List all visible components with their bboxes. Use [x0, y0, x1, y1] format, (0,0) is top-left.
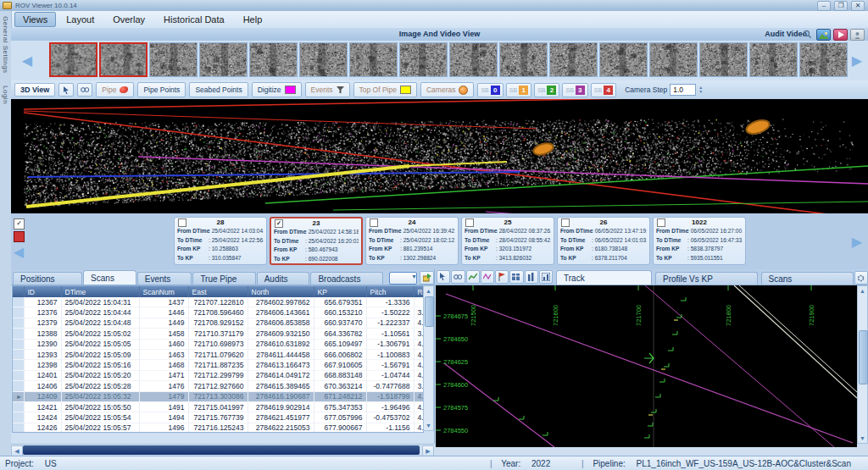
column-header-east[interactable]: East — [188, 286, 248, 297]
table-row[interactable]: 1242625/04/2022 15:05:571496721716.12524… — [13, 423, 424, 433]
toggle-digitize[interactable]: Digitize — [252, 82, 302, 97]
column-header-pitch[interactable]: Pitch — [366, 286, 414, 297]
video-thumbnail[interactable] — [799, 42, 848, 77]
polyline-icon[interactable] — [481, 270, 494, 284]
menu-item-historical-data[interactable]: Historical Data — [155, 12, 233, 27]
scan-card-26[interactable]: 26From DTime: 06/05/2022 13:47:19.000To … — [557, 217, 650, 265]
toggle-cameras[interactable]: Cameras — [420, 82, 474, 97]
tab-events[interactable]: Events — [137, 272, 192, 285]
filter-combobox[interactable] — [389, 272, 417, 285]
table-row[interactable]: 1236725/04/2022 15:04:311437721707.12281… — [13, 297, 424, 307]
close-button[interactable]: ✕ — [851, 1, 865, 11]
video-thumbnail[interactable] — [299, 42, 348, 77]
video-icon[interactable] — [833, 29, 848, 41]
video-thumbnail[interactable] — [649, 42, 698, 77]
sidebar-item-login[interactable]: Login — [2, 86, 9, 104]
sb-button-2[interactable]: SB2 — [534, 83, 559, 97]
scan-checkbox[interactable]: ✓ — [275, 219, 283, 228]
scan-checkbox[interactable] — [465, 218, 474, 227]
scrollbar-thumb[interactable] — [23, 445, 420, 455]
table-row[interactable]: 1242125/04/2022 15:05:501491721715.04199… — [13, 401, 424, 412]
video-thumbnail[interactable] — [49, 42, 97, 77]
toggle-seabed-points[interactable]: Seabed Points — [189, 82, 248, 97]
video-thumbnail[interactable] — [349, 42, 398, 77]
table-horizontal-scrollbar[interactable]: ◀ ▶ — [11, 444, 434, 456]
video-thumbnail[interactable] — [599, 42, 648, 77]
scans-next-button[interactable]: ▶ — [848, 229, 866, 254]
video-thumbnail[interactable] — [249, 42, 298, 77]
video-thumbnail[interactable] — [699, 42, 748, 77]
measure-tool-button[interactable] — [77, 83, 92, 97]
tab-profile-vs-kp[interactable]: Profile Vs KP — [655, 272, 758, 285]
binoculars-icon[interactable] — [451, 270, 465, 284]
scan-checkbox[interactable] — [370, 218, 378, 227]
pointer-icon[interactable] — [437, 270, 450, 284]
tab-true-pipe[interactable]: True Pipe — [192, 272, 255, 285]
pointer-tool-button[interactable] — [58, 83, 74, 97]
scan-card-25[interactable]: 25From DTime: 28/04/2022 08:37:26.000To … — [461, 217, 554, 265]
tab-positions[interactable]: Positions — [13, 272, 82, 285]
menu-item-overlay[interactable]: Overlay — [104, 12, 153, 27]
toggle-pipe[interactable]: Pipe — [96, 82, 134, 97]
tab-audits[interactable]: Audits — [257, 272, 310, 285]
scroll-down-icon[interactable]: ▼ — [424, 421, 433, 430]
table-row[interactable]: 1237925/04/2022 15:04:481449721708.92915… — [13, 318, 424, 328]
column-header-dtime[interactable]: DTime — [61, 286, 139, 297]
scan-card-24[interactable]: 24From DTime: 25/04/2022 16:39:42.000To … — [365, 217, 459, 265]
tab-scans[interactable]: Scans — [83, 270, 136, 285]
table-row[interactable]: 1240125/04/2022 15:05:201471721712.29979… — [13, 370, 424, 380]
video-thumbnail[interactable] — [449, 42, 498, 77]
scan-checkbox[interactable] — [657, 218, 665, 227]
grid-icon[interactable] — [509, 270, 523, 284]
column-header-kp[interactable]: KP — [314, 286, 366, 297]
table-row[interactable]: 1237625/04/2022 15:04:441446721708.59646… — [13, 307, 424, 318]
menu-item-layout[interactable]: Layout — [58, 12, 103, 27]
toggle-events[interactable]: Events — [305, 82, 350, 97]
scan-card-1022[interactable]: 1022From DTime: 06/05/2022 16:27:00.000T… — [653, 217, 746, 265]
sb-button-3[interactable]: SB3 — [562, 83, 587, 97]
tab-track[interactable]: Track — [556, 270, 652, 285]
scan-card-23[interactable]: ✓23From DTime: 25/04/2022 14:58:18.000To… — [270, 217, 363, 265]
thumbnails-prev-button[interactable]: ◀ — [18, 47, 36, 73]
search-icon[interactable] — [801, 29, 814, 39]
table-row[interactable]: 1239825/04/2022 15:05:161468721711.88723… — [13, 360, 424, 370]
table-row[interactable]: 1242425/04/2022 15:05:541494721715.76773… — [13, 412, 424, 423]
toggle-pipe-points[interactable]: Pipe Points — [137, 82, 186, 97]
video-thumbnail[interactable] — [549, 42, 598, 77]
scans-prev-button[interactable]: ◀ — [9, 239, 28, 264]
video-thumbnail[interactable] — [149, 42, 198, 77]
table-row[interactable]: 1238825/04/2022 15:05:021458721710.37117… — [13, 329, 424, 339]
menu-item-help[interactable]: Help — [235, 12, 271, 27]
sb-button-0[interactable]: SB0 — [477, 83, 503, 97]
maximize-button[interactable]: ❐ — [834, 1, 848, 11]
video-thumbnail[interactable] — [399, 42, 448, 77]
map-scroll-down-icon[interactable]: ▼ — [858, 434, 867, 443]
scan-card-28[interactable]: 28From DTime: 25/04/2022 14:03:04.000To … — [174, 217, 267, 265]
locate-icon[interactable] — [420, 271, 434, 285]
columns-icon[interactable] — [525, 270, 538, 284]
menu-item-views[interactable]: Views — [14, 12, 56, 27]
toggle-top-of-pipe[interactable]: Top Of Pipe — [353, 82, 417, 97]
table-row[interactable]: 1240625/04/2022 15:05:281476721712.92766… — [13, 381, 424, 391]
select-all-scans-checkbox[interactable]: ✓ — [14, 218, 25, 229]
scan-checkbox[interactable] — [561, 218, 570, 227]
tab-scans[interactable]: Scans — [761, 272, 854, 285]
image-icon[interactable] — [816, 29, 831, 41]
video-thumbnail[interactable] — [499, 42, 548, 77]
sidebar-item-general-settings[interactable]: General Settings — [2, 16, 9, 74]
column-header-north[interactable]: North — [248, 286, 314, 297]
point-cloud-3d-view[interactable] — [11, 99, 868, 213]
camera-step-spinner[interactable]: ▲▼ — [698, 86, 703, 94]
sb-button-1[interactable]: SB1 — [506, 83, 531, 97]
track-map-view[interactable]: 7215007216007217007218007219002784675278… — [436, 285, 857, 447]
table-row[interactable]: 1239025/04/2022 15:05:051460721710.69897… — [13, 339, 424, 349]
video-thumbnail[interactable] — [749, 42, 798, 77]
minimize-button[interactable]: – — [817, 1, 831, 11]
stats-icon[interactable] — [539, 270, 553, 284]
video-thumbnail[interactable] — [99, 42, 147, 77]
table-row[interactable]: ►1240925/04/2022 15:05:321479721713.3030… — [13, 391, 424, 401]
camera-step-input[interactable]: 1.0 — [670, 84, 696, 96]
map-scroll-up-icon[interactable]: ▲ — [858, 286, 867, 296]
thumbnails-next-button[interactable]: ▶ — [848, 47, 866, 73]
scroll-up-icon[interactable]: ▲ — [424, 286, 433, 296]
